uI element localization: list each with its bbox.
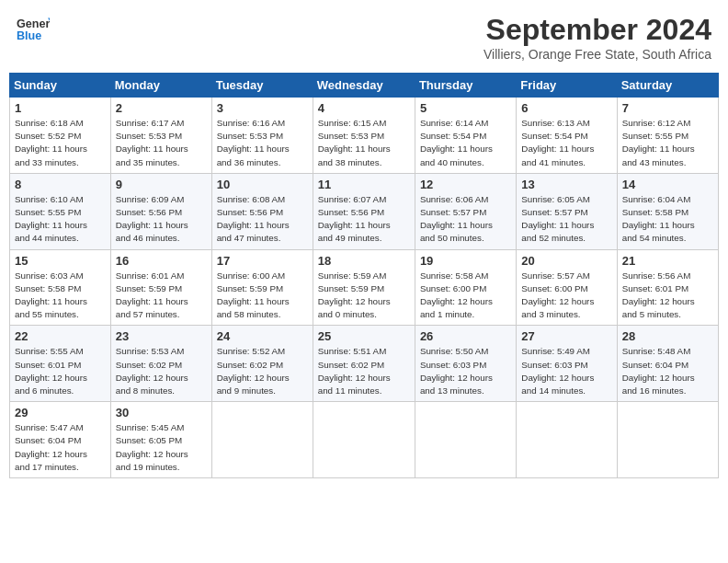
weekday-header-tuesday: Tuesday	[211, 74, 313, 98]
calendar-cell: 12Sunrise: 6:06 AM Sunset: 5:57 PM Dayli…	[415, 173, 516, 249]
day-number: 7	[622, 101, 713, 115]
day-info: Sunrise: 5:57 AM Sunset: 6:00 PM Dayligh…	[521, 270, 611, 322]
day-info: Sunrise: 5:52 AM Sunset: 6:02 PM Dayligh…	[217, 345, 308, 397]
day-number: 9	[116, 178, 207, 191]
weekday-header-thursday: Thursday	[415, 74, 516, 98]
day-info: Sunrise: 5:45 AM Sunset: 6:05 PM Dayligh…	[116, 421, 207, 474]
day-number: 14	[622, 178, 713, 191]
calendar-cell: 28Sunrise: 5:48 AM Sunset: 6:04 PM Dayli…	[617, 326, 718, 402]
calendar-cell	[517, 402, 617, 478]
day-number: 8	[15, 178, 106, 191]
day-number: 13	[521, 178, 611, 191]
calendar-cell: 30Sunrise: 5:45 AM Sunset: 6:05 PM Dayli…	[110, 402, 211, 478]
day-info: Sunrise: 6:16 AM Sunset: 5:53 PM Dayligh…	[217, 117, 308, 169]
day-info: Sunrise: 5:58 AM Sunset: 6:00 PM Dayligh…	[420, 270, 511, 322]
calendar-cell	[617, 402, 718, 478]
calendar-cell: 13Sunrise: 6:05 AM Sunset: 5:57 PM Dayli…	[517, 173, 617, 249]
day-number: 25	[318, 329, 410, 343]
calendar-cell: 6Sunrise: 6:13 AM Sunset: 5:54 PM Daylig…	[517, 98, 617, 174]
calendar-cell: 19Sunrise: 5:58 AM Sunset: 6:00 PM Dayli…	[415, 249, 516, 326]
day-number: 30	[116, 406, 207, 419]
day-info: Sunrise: 5:49 AM Sunset: 6:03 PM Dayligh…	[521, 345, 611, 397]
calendar-cell: 9Sunrise: 6:09 AM Sunset: 5:56 PM Daylig…	[110, 173, 211, 249]
day-number: 15	[15, 254, 106, 268]
day-number: 26	[420, 329, 511, 343]
calendar-cell: 11Sunrise: 6:07 AM Sunset: 5:56 PM Dayli…	[313, 173, 415, 249]
day-number: 27	[521, 329, 611, 343]
calendar-cell	[211, 402, 313, 478]
day-info: Sunrise: 5:48 AM Sunset: 6:04 PM Dayligh…	[622, 345, 713, 397]
day-info: Sunrise: 6:14 AM Sunset: 5:54 PM Dayligh…	[420, 117, 511, 169]
calendar-cell: 25Sunrise: 5:51 AM Sunset: 6:02 PM Dayli…	[313, 326, 415, 402]
day-number: 5	[420, 101, 511, 115]
day-info: Sunrise: 6:04 AM Sunset: 5:58 PM Dayligh…	[622, 193, 713, 246]
calendar-cell: 2Sunrise: 6:17 AM Sunset: 5:53 PM Daylig…	[110, 98, 211, 174]
calendar-cell: 4Sunrise: 6:15 AM Sunset: 5:53 PM Daylig…	[313, 98, 415, 174]
calendar-cell: 10Sunrise: 6:08 AM Sunset: 5:56 PM Dayli…	[211, 173, 313, 249]
day-number: 29	[15, 406, 106, 419]
day-number: 16	[116, 254, 207, 268]
day-number: 28	[622, 329, 713, 343]
weekday-header-sunday: Sunday	[10, 74, 111, 98]
weekday-header-monday: Monday	[110, 74, 211, 98]
day-info: Sunrise: 6:09 AM Sunset: 5:56 PM Dayligh…	[116, 193, 207, 246]
calendar-cell: 21Sunrise: 5:56 AM Sunset: 6:01 PM Dayli…	[617, 249, 718, 326]
day-number: 4	[318, 101, 410, 115]
calendar-cell: 17Sunrise: 6:00 AM Sunset: 5:59 PM Dayli…	[211, 249, 313, 326]
day-info: Sunrise: 6:00 AM Sunset: 5:59 PM Dayligh…	[217, 270, 308, 322]
day-info: Sunrise: 6:18 AM Sunset: 5:52 PM Dayligh…	[15, 117, 106, 169]
logo: General Blue	[17, 13, 50, 46]
day-info: Sunrise: 6:06 AM Sunset: 5:57 PM Dayligh…	[420, 193, 511, 246]
day-info: Sunrise: 6:17 AM Sunset: 5:53 PM Dayligh…	[116, 117, 207, 169]
day-info: Sunrise: 5:59 AM Sunset: 5:59 PM Dayligh…	[318, 270, 410, 322]
calendar-cell: 26Sunrise: 5:50 AM Sunset: 6:03 PM Dayli…	[415, 326, 516, 402]
page-header: General Blue September 2024 Villiers, Or…	[9, 9, 719, 65]
day-number: 10	[217, 178, 308, 191]
calendar-cell: 29Sunrise: 5:47 AM Sunset: 6:04 PM Dayli…	[10, 402, 111, 478]
day-number: 2	[116, 101, 207, 115]
day-number: 1	[15, 101, 106, 115]
day-info: Sunrise: 6:15 AM Sunset: 5:53 PM Dayligh…	[318, 117, 410, 169]
weekday-header-saturday: Saturday	[617, 74, 718, 98]
calendar-cell: 20Sunrise: 5:57 AM Sunset: 6:00 PM Dayli…	[517, 249, 617, 326]
day-info: Sunrise: 6:12 AM Sunset: 5:55 PM Dayligh…	[622, 117, 713, 169]
day-info: Sunrise: 5:50 AM Sunset: 6:03 PM Dayligh…	[420, 345, 511, 397]
calendar-cell: 8Sunrise: 6:10 AM Sunset: 5:55 PM Daylig…	[10, 173, 111, 249]
calendar-cell: 5Sunrise: 6:14 AM Sunset: 5:54 PM Daylig…	[415, 98, 516, 174]
day-number: 3	[217, 101, 308, 115]
calendar-table: SundayMondayTuesdayWednesdayThursdayFrid…	[9, 73, 719, 478]
day-info: Sunrise: 5:55 AM Sunset: 6:01 PM Dayligh…	[15, 345, 106, 397]
logo-icon: General Blue	[17, 13, 50, 46]
day-info: Sunrise: 6:01 AM Sunset: 5:59 PM Dayligh…	[116, 270, 207, 322]
day-info: Sunrise: 5:53 AM Sunset: 6:02 PM Dayligh…	[116, 345, 207, 397]
day-info: Sunrise: 6:07 AM Sunset: 5:56 PM Dayligh…	[318, 193, 410, 246]
calendar-cell: 3Sunrise: 6:16 AM Sunset: 5:53 PM Daylig…	[211, 98, 313, 174]
calendar-cell: 16Sunrise: 6:01 AM Sunset: 5:59 PM Dayli…	[110, 249, 211, 326]
day-number: 22	[15, 329, 106, 343]
day-info: Sunrise: 6:10 AM Sunset: 5:55 PM Dayligh…	[15, 193, 106, 246]
day-number: 17	[217, 254, 308, 268]
day-info: Sunrise: 6:05 AM Sunset: 5:57 PM Dayligh…	[521, 193, 611, 246]
calendar-cell: 22Sunrise: 5:55 AM Sunset: 6:01 PM Dayli…	[10, 326, 111, 402]
calendar-cell: 23Sunrise: 5:53 AM Sunset: 6:02 PM Dayli…	[110, 326, 211, 402]
day-info: Sunrise: 6:13 AM Sunset: 5:54 PM Dayligh…	[521, 117, 611, 169]
calendar-cell	[415, 402, 516, 478]
calendar-cell: 14Sunrise: 6:04 AM Sunset: 5:58 PM Dayli…	[617, 173, 718, 249]
month-title: September 2024	[483, 13, 711, 47]
weekday-header-wednesday: Wednesday	[313, 74, 415, 98]
calendar-cell	[313, 402, 415, 478]
day-info: Sunrise: 5:51 AM Sunset: 6:02 PM Dayligh…	[318, 345, 410, 397]
calendar-cell: 15Sunrise: 6:03 AM Sunset: 5:58 PM Dayli…	[10, 249, 111, 326]
calendar-cell: 7Sunrise: 6:12 AM Sunset: 5:55 PM Daylig…	[617, 98, 718, 174]
day-number: 11	[318, 178, 410, 191]
day-number: 12	[420, 178, 511, 191]
day-info: Sunrise: 5:56 AM Sunset: 6:01 PM Dayligh…	[622, 270, 713, 322]
day-number: 23	[116, 329, 207, 343]
weekday-header-friday: Friday	[517, 74, 617, 98]
day-number: 19	[420, 254, 511, 268]
day-number: 24	[217, 329, 308, 343]
day-number: 21	[622, 254, 713, 268]
location-subtitle: Villiers, Orange Free State, South Afric…	[483, 47, 711, 62]
calendar-cell: 24Sunrise: 5:52 AM Sunset: 6:02 PM Dayli…	[211, 326, 313, 402]
calendar-cell: 18Sunrise: 5:59 AM Sunset: 5:59 PM Dayli…	[313, 249, 415, 326]
